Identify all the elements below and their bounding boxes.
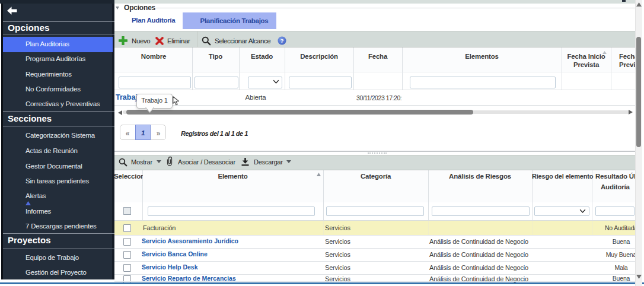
svg-text:?: ? (280, 37, 283, 44)
